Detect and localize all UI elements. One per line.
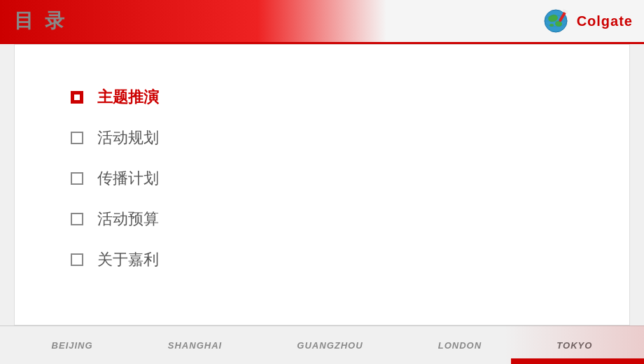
- footer-city-shanghai: SHANGHAI: [168, 340, 222, 351]
- footer-city-beijing: BEIJING: [52, 340, 93, 351]
- menu-list: 主题推演 活动规划 传播计划 活动预算 关于嘉利: [71, 87, 159, 270]
- footer-city-guangzhou: GUANGZHOU: [297, 340, 363, 351]
- list-item[interactable]: 活动规划: [71, 127, 159, 148]
- footer-city-london: LONDON: [438, 340, 482, 351]
- list-item[interactable]: 传播计划: [71, 168, 159, 189]
- logo-text: Colgate: [577, 13, 633, 29]
- menu-item-label: 关于嘉利: [97, 249, 159, 270]
- menu-bullet-icon: [71, 172, 83, 185]
- menu-item-label: 传播计划: [97, 168, 159, 189]
- list-item[interactable]: 关于嘉利: [71, 249, 159, 270]
- list-item[interactable]: 活动预算: [71, 209, 159, 230]
- bottom-stripe: [511, 358, 644, 364]
- menu-item-label: 活动规划: [97, 127, 159, 148]
- menu-bullet-icon: [71, 253, 83, 266]
- menu-item-label: 活动预算: [97, 209, 159, 230]
- menu-bullet-icon: [71, 132, 83, 144]
- menu-bullet-icon: [71, 91, 83, 104]
- page-title: 目 录: [14, 8, 67, 34]
- footer-city-tokyo: TOKYO: [556, 340, 592, 351]
- main-content: 主题推演 活动规划 传播计划 活动预算 关于嘉利: [14, 44, 630, 326]
- menu-item-label: 主题推演: [97, 87, 159, 108]
- list-item[interactable]: 主题推演: [71, 87, 159, 108]
- colgate-globe-icon: [542, 6, 573, 36]
- logo-area: Colgate: [542, 6, 633, 36]
- menu-bullet-icon: [71, 213, 83, 225]
